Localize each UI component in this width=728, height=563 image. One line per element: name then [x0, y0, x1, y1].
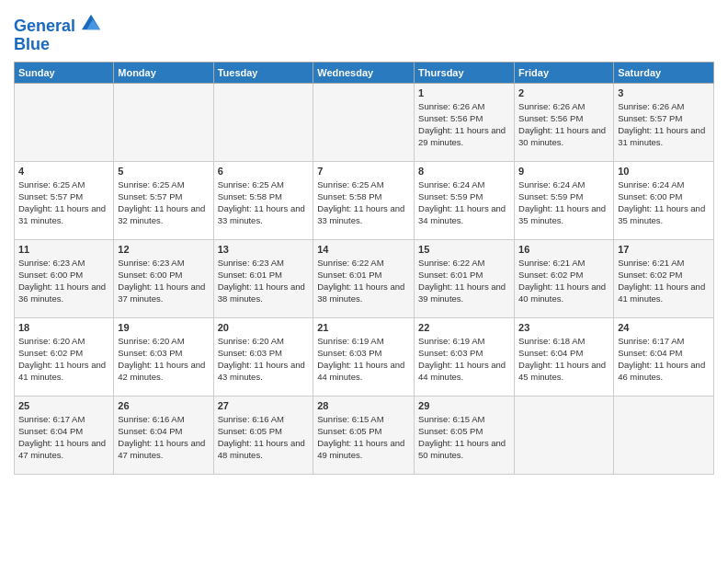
sunset-text: Sunset: 5:57 PM	[118, 191, 182, 201]
daylight-text: Daylight: 11 hours and 38 minutes.	[317, 282, 404, 304]
daylight-text: Daylight: 11 hours and 49 minutes.	[317, 438, 404, 460]
calendar-cell: 18Sunrise: 6:20 AMSunset: 6:02 PMDayligh…	[15, 317, 114, 396]
calendar-cell: 28Sunrise: 6:15 AMSunset: 6:05 PMDayligh…	[313, 396, 415, 474]
calendar-week-row: 25Sunrise: 6:17 AMSunset: 6:04 PMDayligh…	[15, 396, 714, 474]
calendar-cell: 13Sunrise: 6:23 AMSunset: 6:01 PMDayligh…	[213, 239, 313, 317]
sunrise-text: Sunrise: 6:24 AM	[418, 179, 484, 190]
calendar-cell: 11Sunrise: 6:23 AMSunset: 6:00 PMDayligh…	[15, 239, 114, 317]
day-number: 20	[218, 321, 310, 335]
sunset-text: Sunset: 6:04 PM	[18, 426, 83, 436]
calendar-header-row: SundayMondayTuesdayWednesdayThursdayFrid…	[15, 62, 714, 83]
sunset-text: Sunset: 6:00 PM	[118, 270, 182, 280]
day-number: 22	[418, 321, 510, 335]
calendar-cell	[515, 396, 614, 474]
day-number: 17	[618, 243, 710, 257]
calendar-cell: 24Sunrise: 6:17 AMSunset: 6:04 PMDayligh…	[614, 317, 714, 396]
day-number: 26	[118, 399, 209, 413]
calendar-cell	[15, 83, 114, 161]
daylight-text: Daylight: 11 hours and 50 minutes.	[418, 438, 506, 460]
logo-general: General	[14, 17, 75, 35]
sunset-text: Sunset: 5:56 PM	[418, 113, 483, 123]
day-number: 27	[218, 399, 310, 413]
calendar-cell: 16Sunrise: 6:21 AMSunset: 6:02 PMDayligh…	[515, 239, 614, 317]
day-number: 1	[418, 86, 510, 100]
logo-blue: Blue	[14, 36, 100, 54]
daylight-text: Daylight: 11 hours and 31 minutes.	[618, 125, 705, 147]
sunset-text: Sunset: 6:00 PM	[18, 270, 83, 280]
day-number: 4	[18, 165, 109, 178]
daylight-text: Daylight: 11 hours and 29 minutes.	[418, 125, 506, 147]
daylight-text: Daylight: 11 hours and 41 minutes.	[618, 282, 705, 304]
sunrise-text: Sunrise: 6:17 AM	[618, 336, 684, 346]
day-number: 14	[317, 243, 410, 257]
col-header-monday: Monday	[114, 62, 213, 83]
sunrise-text: Sunrise: 6:25 AM	[218, 179, 284, 190]
sunrise-text: Sunrise: 6:25 AM	[317, 179, 383, 190]
sunset-text: Sunset: 5:58 PM	[317, 191, 381, 201]
col-header-wednesday: Wednesday	[313, 62, 415, 83]
calendar-cell: 17Sunrise: 6:21 AMSunset: 6:02 PMDayligh…	[614, 239, 714, 317]
day-number: 15	[418, 243, 510, 257]
daylight-text: Daylight: 11 hours and 47 minutes.	[18, 438, 106, 460]
daylight-text: Daylight: 11 hours and 38 minutes.	[218, 282, 305, 304]
sunrise-text: Sunrise: 6:20 AM	[118, 336, 184, 346]
daylight-text: Daylight: 11 hours and 47 minutes.	[118, 438, 205, 460]
sunset-text: Sunset: 6:05 PM	[317, 426, 381, 436]
col-header-friday: Friday	[515, 62, 614, 83]
daylight-text: Daylight: 11 hours and 44 minutes.	[418, 360, 506, 382]
calendar-cell: 26Sunrise: 6:16 AMSunset: 6:04 PMDayligh…	[114, 396, 213, 474]
sunset-text: Sunset: 6:03 PM	[317, 348, 381, 358]
calendar-cell: 3Sunrise: 6:26 AMSunset: 5:57 PMDaylight…	[614, 83, 714, 161]
sunset-text: Sunset: 6:01 PM	[218, 270, 282, 280]
calendar-cell: 19Sunrise: 6:20 AMSunset: 6:03 PMDayligh…	[114, 317, 213, 396]
day-number: 29	[418, 399, 510, 413]
calendar-week-row: 18Sunrise: 6:20 AMSunset: 6:02 PMDayligh…	[15, 317, 714, 396]
calendar-cell: 22Sunrise: 6:19 AMSunset: 6:03 PMDayligh…	[415, 317, 515, 396]
sunrise-text: Sunrise: 6:19 AM	[317, 336, 383, 346]
sunset-text: Sunset: 5:56 PM	[518, 113, 583, 123]
daylight-text: Daylight: 11 hours and 45 minutes.	[518, 360, 606, 382]
sunrise-text: Sunrise: 6:22 AM	[317, 258, 383, 268]
calendar-cell: 12Sunrise: 6:23 AMSunset: 6:00 PMDayligh…	[114, 239, 213, 317]
calendar-cell	[313, 83, 415, 161]
sunrise-text: Sunrise: 6:25 AM	[18, 179, 85, 190]
daylight-text: Daylight: 11 hours and 30 minutes.	[518, 125, 606, 147]
daylight-text: Daylight: 11 hours and 40 minutes.	[518, 282, 606, 304]
sunrise-text: Sunrise: 6:16 AM	[118, 414, 184, 424]
sunrise-text: Sunrise: 6:18 AM	[518, 336, 585, 346]
day-number: 21	[317, 321, 410, 335]
sunrise-text: Sunrise: 6:21 AM	[518, 258, 585, 268]
calendar-cell: 15Sunrise: 6:22 AMSunset: 6:01 PMDayligh…	[415, 239, 515, 317]
calendar-cell: 9Sunrise: 6:24 AMSunset: 5:59 PMDaylight…	[515, 161, 614, 239]
sunrise-text: Sunrise: 6:23 AM	[118, 258, 184, 268]
col-header-tuesday: Tuesday	[213, 62, 313, 83]
day-number: 11	[18, 243, 109, 257]
daylight-text: Daylight: 11 hours and 41 minutes.	[18, 360, 106, 382]
daylight-text: Daylight: 11 hours and 43 minutes.	[218, 360, 305, 382]
sunset-text: Sunset: 6:03 PM	[118, 348, 182, 358]
calendar-cell: 14Sunrise: 6:22 AMSunset: 6:01 PMDayligh…	[313, 239, 415, 317]
day-number: 12	[118, 243, 209, 257]
calendar-cell	[614, 396, 714, 474]
col-header-saturday: Saturday	[614, 62, 714, 83]
day-number: 23	[518, 321, 609, 335]
daylight-text: Daylight: 11 hours and 35 minutes.	[618, 203, 705, 225]
sunrise-text: Sunrise: 6:15 AM	[317, 414, 383, 424]
daylight-text: Daylight: 11 hours and 32 minutes.	[118, 203, 205, 225]
sunset-text: Sunset: 6:02 PM	[18, 348, 83, 358]
calendar-cell: 23Sunrise: 6:18 AMSunset: 6:04 PMDayligh…	[515, 317, 614, 396]
day-number: 6	[218, 165, 310, 178]
calendar-cell: 1Sunrise: 6:26 AMSunset: 5:56 PMDaylight…	[415, 83, 515, 161]
daylight-text: Daylight: 11 hours and 44 minutes.	[317, 360, 404, 382]
day-number: 7	[317, 165, 410, 178]
sunset-text: Sunset: 6:01 PM	[317, 270, 381, 280]
day-number: 19	[118, 321, 209, 335]
calendar-week-row: 11Sunrise: 6:23 AMSunset: 6:00 PMDayligh…	[15, 239, 714, 317]
day-number: 10	[618, 165, 710, 178]
day-number: 5	[118, 165, 209, 178]
sunrise-text: Sunrise: 6:17 AM	[18, 414, 85, 424]
day-number: 3	[618, 86, 710, 100]
daylight-text: Daylight: 11 hours and 35 minutes.	[518, 203, 606, 225]
calendar-cell: 7Sunrise: 6:25 AMSunset: 5:58 PMDaylight…	[313, 161, 415, 239]
sunset-text: Sunset: 6:04 PM	[518, 348, 583, 358]
